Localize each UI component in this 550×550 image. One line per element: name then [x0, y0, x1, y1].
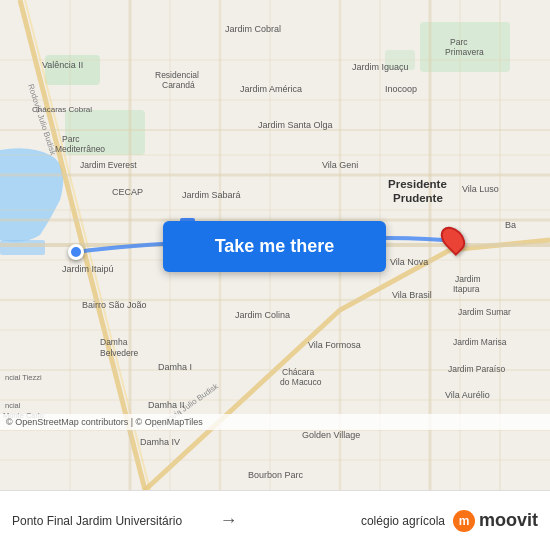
destination-label: colégio agrícola	[246, 514, 446, 528]
bottom-bar: Ponto Final Jardim Universitário → colég…	[0, 490, 550, 550]
origin-marker	[68, 244, 84, 260]
destination-marker	[443, 225, 463, 253]
moovit-icon: m	[453, 510, 475, 532]
copyright-text: © OpenStreetMap contributors | © OpenMap…	[0, 414, 550, 430]
take-me-there-button[interactable]: Take me there	[163, 221, 386, 272]
map-container: Rodovia Julio Budisk Rodovia Julio Budis…	[0, 0, 550, 490]
origin-label: Ponto Final Jardim Universitário	[12, 514, 212, 528]
moovit-logo: m moovit	[453, 510, 538, 532]
direction-arrow: →	[220, 510, 238, 531]
moovit-brand: moovit	[479, 510, 538, 531]
